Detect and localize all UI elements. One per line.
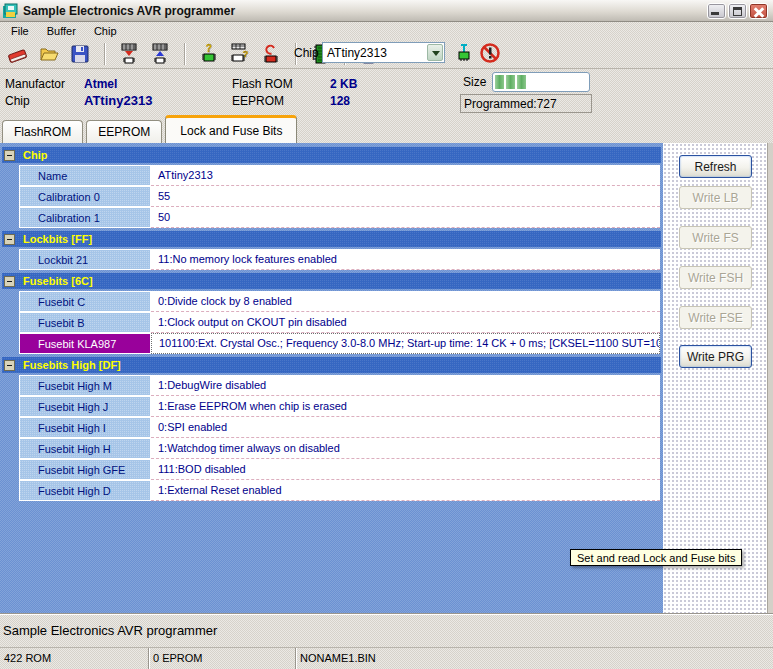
grid-row[interactable]: Fusebit High J1:Erase EEPROM when chip i… bbox=[19, 396, 660, 417]
row-label: Fusebit High D bbox=[19, 480, 151, 501]
chip-info-panel: Manufactor Atmel Chip ATtiny2313 Flash R… bbox=[0, 68, 773, 115]
row-label: Name bbox=[19, 165, 151, 186]
window-frame bbox=[767, 143, 773, 613]
tab-lock-and-fuse-bits[interactable]: Lock and Fuse Bits bbox=[165, 115, 297, 143]
row-label: Calibration 0 bbox=[19, 186, 151, 207]
status-message: Sample Electronics AVR programmer bbox=[3, 623, 217, 638]
progress-segment bbox=[517, 75, 526, 89]
grid-row[interactable]: Fusebit B1:Clock output on CKOUT pin dis… bbox=[19, 312, 660, 333]
open-file-icon[interactable] bbox=[37, 42, 61, 66]
manufactor-value: Atmel bbox=[84, 77, 117, 91]
row-value: 0:SPI enabled bbox=[151, 417, 660, 438]
toolbar-right-icons bbox=[452, 41, 502, 65]
chip-name-label: Chip bbox=[5, 94, 30, 108]
write-fse-button: Write FSE bbox=[679, 306, 752, 329]
grid-row[interactable]: Fusebit High GFE111:BOD disabled bbox=[19, 459, 660, 480]
test-chip-icon[interactable] bbox=[452, 41, 476, 65]
chevron-down-icon[interactable] bbox=[427, 44, 443, 61]
row-label: Fusebit High GFE bbox=[19, 459, 151, 480]
collapse-icon[interactable] bbox=[4, 150, 15, 161]
row-label: Fusebit High M bbox=[19, 375, 151, 396]
side-panel bbox=[663, 143, 767, 613]
erase-chip-icon[interactable] bbox=[259, 42, 283, 66]
row-value: 1:External Reset enabled bbox=[151, 480, 660, 501]
read-chip-icon[interactable] bbox=[148, 42, 172, 66]
status-panel: NONAME1.BIN bbox=[295, 648, 773, 669]
refresh-button[interactable]: Refresh bbox=[679, 155, 752, 178]
chip-name-value: ATtiny2313 bbox=[84, 93, 152, 108]
collapse-icon[interactable] bbox=[4, 360, 15, 371]
toolbar-separator bbox=[104, 43, 105, 65]
tooltip: Set and read Lock and Fuse bits bbox=[570, 549, 742, 566]
grid-row[interactable]: Fusebit KLA987101100:Ext. Crystal Osc.; … bbox=[19, 333, 660, 354]
tab-bar: FlashROMEEPROMLock and Fuse Bits bbox=[0, 115, 773, 143]
grid-row[interactable]: Calibration 150 bbox=[19, 207, 660, 228]
tab-eeprom[interactable]: EEPROM bbox=[86, 120, 162, 143]
compare-chip-icon[interactable]: ? bbox=[228, 42, 252, 66]
row-value: 1:Erase EEPROM when chip is erased bbox=[151, 396, 660, 417]
app-icon bbox=[3, 3, 19, 19]
collapse-icon[interactable] bbox=[4, 234, 15, 245]
maximize-button[interactable] bbox=[728, 3, 747, 19]
row-value: 111:BOD disabled bbox=[151, 459, 660, 480]
fuse-grid: ChipNameATtiny2313Calibration 055Calibra… bbox=[0, 143, 663, 613]
row-value: 11:No memory lock features enabled bbox=[151, 249, 660, 270]
size-label: Size bbox=[463, 75, 486, 89]
row-label: Fusebit B bbox=[19, 312, 151, 333]
section-header: Fusebits High [DF] bbox=[2, 357, 661, 373]
chip-combobox-value: ATtiny2313 bbox=[327, 46, 387, 60]
flashrom-label: Flash ROM bbox=[232, 77, 293, 91]
grid-row[interactable]: Fusebit High M1:DebugWire disabled bbox=[19, 375, 660, 396]
eeprom-value: 128 bbox=[330, 94, 350, 108]
verify-chip-icon[interactable]: ? bbox=[197, 42, 221, 66]
save-file-icon[interactable] bbox=[68, 42, 92, 66]
programmed-text: Programmed:727 bbox=[464, 97, 557, 111]
grid-row[interactable]: Fusebit High H1:Watchdog timer always on… bbox=[19, 438, 660, 459]
erase-buffer-icon[interactable] bbox=[6, 42, 30, 66]
progress-segment bbox=[495, 75, 504, 89]
row-value: 55 bbox=[151, 186, 660, 207]
row-label: Fusebit High H bbox=[19, 438, 151, 459]
row-label: Fusebit KLA987 bbox=[19, 333, 151, 354]
menu-item-file[interactable]: File bbox=[2, 23, 38, 39]
write-prg-button[interactable]: Write PRG bbox=[679, 345, 752, 368]
grid-row[interactable]: Fusebit High I0:SPI enabled bbox=[19, 417, 660, 438]
programmed-panel: Programmed:727 bbox=[460, 94, 592, 113]
row-value: 50 bbox=[151, 207, 660, 228]
row-label: Fusebit C bbox=[19, 291, 151, 312]
row-value: 1:DebugWire disabled bbox=[151, 375, 660, 396]
grid-row[interactable]: NameATtiny2313 bbox=[19, 165, 660, 186]
menu-item-chip[interactable]: Chip bbox=[85, 23, 126, 39]
minimize-button[interactable] bbox=[707, 3, 726, 19]
section-header: Chip bbox=[2, 147, 661, 163]
row-label: Fusebit High J bbox=[19, 396, 151, 417]
grid-row[interactable]: Fusebit C0:Divide clock by 8 enabled bbox=[19, 291, 660, 312]
section-header: Lockbits [FF] bbox=[2, 231, 661, 247]
grid-row[interactable]: Fusebit High D1:External Reset enabled bbox=[19, 480, 660, 501]
status-bar-message: Sample Electronics AVR programmer bbox=[0, 613, 773, 647]
grid-row[interactable]: Calibration 055 bbox=[19, 186, 660, 207]
row-value: 0:Divide clock by 8 enabled bbox=[151, 291, 660, 312]
section-title: Chip bbox=[23, 149, 47, 161]
collapse-icon[interactable] bbox=[4, 276, 15, 287]
row-label: Lockbit 21 bbox=[19, 249, 151, 270]
row-value: ATtiny2313 bbox=[151, 165, 660, 186]
manufactor-label: Manufactor bbox=[5, 77, 65, 91]
write-lb-button: Write LB bbox=[679, 186, 752, 209]
window-title: Sample Electronics AVR programmer bbox=[23, 4, 235, 18]
toolbar: ?? Chip ATtiny2313 bbox=[0, 39, 773, 68]
content-area: ChipNameATtiny2313Calibration 055Calibra… bbox=[0, 143, 773, 613]
close-button[interactable] bbox=[749, 3, 768, 19]
progress-segment bbox=[506, 75, 515, 89]
grid-row[interactable]: Lockbit 2111:No memory lock features ena… bbox=[19, 249, 660, 270]
tab-flashrom[interactable]: FlashROM bbox=[2, 120, 83, 143]
cancel-icon[interactable] bbox=[478, 41, 502, 65]
write-chip-icon[interactable] bbox=[117, 42, 141, 66]
chip-combobox[interactable]: ATtiny2313 bbox=[322, 42, 445, 63]
size-progressbar bbox=[492, 72, 590, 92]
section-title: Fusebits [6C] bbox=[23, 275, 93, 287]
write-fs-button: Write FS bbox=[679, 226, 752, 249]
menu-item-buffer[interactable]: Buffer bbox=[38, 23, 85, 39]
svg-text:?: ? bbox=[206, 43, 212, 54]
chip-select-label: Chip bbox=[294, 46, 319, 60]
